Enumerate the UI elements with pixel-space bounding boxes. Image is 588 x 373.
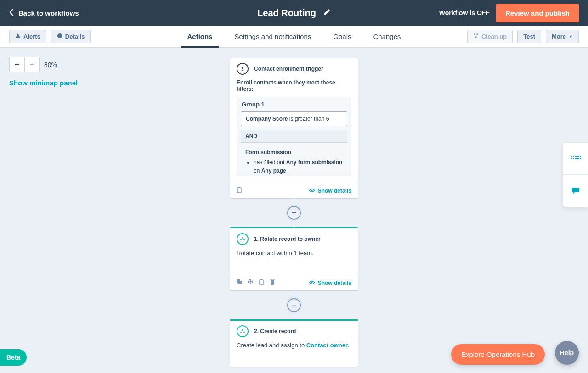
step1-foot: Show details [230, 275, 358, 290]
more-label: More [552, 33, 566, 40]
details-button[interactable]: Details [51, 30, 91, 43]
step2-head: 2. Create record [230, 321, 358, 342]
back-label: Back to workflows [18, 9, 79, 17]
topbar: Back to workflows Lead Routing Workflow … [0, 0, 588, 26]
back-to-workflows[interactable]: Back to workflows [9, 9, 79, 17]
info-icon [57, 33, 62, 40]
svg-rect-25 [571, 158, 572, 159]
cleanup-label: Clean up [481, 33, 507, 40]
create-record-icon [237, 325, 249, 337]
plus-icon: + [15, 60, 20, 70]
step1-title-text: Rotate record to owner [260, 236, 320, 242]
tab-goals[interactable]: Goals [333, 26, 351, 47]
caret-down-icon: ▼ [569, 34, 573, 39]
svg-rect-6 [238, 187, 240, 189]
step2-number: 2. [254, 328, 259, 334]
tab-changes[interactable]: Changes [373, 26, 401, 47]
test-button[interactable]: Test [517, 30, 541, 43]
step2-body: Create lead and assign to Contact owner. [230, 342, 358, 367]
filter-connector-and: AND [241, 130, 347, 143]
toolbar-left: Alerts Details [9, 30, 91, 43]
tab-changes-label: Changes [373, 33, 401, 40]
explore-operations-hub-button[interactable]: Explore Operations Hub [451, 344, 545, 365]
filter-group-label: Group 1 [237, 97, 351, 111]
beta-badge[interactable]: Beta [0, 349, 27, 366]
edit-title-icon[interactable] [323, 8, 331, 17]
add-step-button-1[interactable]: + [287, 206, 301, 220]
connector-line [294, 312, 294, 319]
svg-point-4 [242, 67, 243, 69]
details-label: Details [65, 33, 85, 40]
copy-icon[interactable] [237, 279, 242, 287]
warning-icon [15, 33, 21, 40]
svg-rect-26 [573, 158, 574, 159]
trigger-head: Contact enrollment trigger [230, 58, 358, 79]
step2-body-link[interactable]: Contact owner [306, 342, 348, 349]
workflow-flow: Contact enrollment trigger Enroll contac… [230, 58, 358, 367]
trigger-show-details[interactable]: Show details [309, 188, 351, 194]
rail-item-apps-icon[interactable] [563, 143, 588, 175]
filter-company-score[interactable]: Company Score is greater than 5 [241, 111, 347, 126]
filter2-p3: on [254, 167, 260, 174]
canvas: + − 80% Show minimap panel Contact enrol… [0, 48, 588, 373]
side-rail [562, 142, 588, 207]
show-minimap-link[interactable]: Show minimap panel [9, 79, 78, 87]
svg-point-18 [240, 332, 242, 333]
trigger-foot-left [237, 187, 242, 195]
delete-icon[interactable] [270, 279, 275, 287]
step1-head: 1. Rotate record to owner [230, 228, 358, 250]
step-2-card[interactable]: 2. Create record Create lead and assign … [230, 319, 358, 367]
step-1-card[interactable]: 1. Rotate record to owner Rotate contact… [230, 227, 358, 291]
tab-actions[interactable]: Actions [187, 26, 212, 47]
add-step-button-2[interactable]: + [287, 298, 301, 312]
connector-line [294, 199, 294, 206]
filter2-p2: Any form submission [286, 159, 343, 166]
step1-body: Rotate contact within 1 team. [230, 250, 358, 275]
filter2-title: Form submission [245, 149, 343, 156]
svg-point-0 [57, 33, 62, 38]
tab-settings[interactable]: Settings and notifications [235, 26, 311, 47]
svg-point-17 [242, 329, 243, 331]
workflow-status: Workflow is OFF [439, 9, 490, 17]
trigger-title: Contact enrollment trigger [254, 66, 323, 72]
help-button[interactable]: Help [555, 341, 579, 365]
svg-rect-20 [571, 156, 572, 157]
svg-point-19 [243, 332, 245, 333]
more-button[interactable]: More ▼ [546, 30, 579, 43]
trigger-showdetails-label: Show details [318, 188, 351, 194]
trigger-card[interactable]: Contact enrollment trigger Enroll contac… [230, 58, 358, 199]
eye-icon [309, 188, 315, 194]
svg-point-7 [311, 189, 312, 191]
topbar-center: Lead Routing [257, 8, 331, 18]
cleanup-button[interactable]: Clean up [467, 30, 513, 43]
svg-point-2 [476, 33, 478, 35]
svg-point-1 [474, 33, 475, 35]
plus-icon: + [292, 301, 297, 310]
plus-icon: + [292, 208, 297, 218]
connector-line [294, 220, 294, 227]
review-publish-button[interactable]: Review and publish [496, 4, 579, 22]
filter-group: Group 1 Company Score is greater than 5 … [237, 97, 351, 176]
rail-item-chat-icon[interactable] [563, 175, 588, 207]
zoom-out-button[interactable]: − [24, 57, 39, 72]
rotate-owner-icon [237, 233, 249, 245]
step2-title: 2. Create record [254, 328, 296, 334]
move-icon[interactable] [248, 279, 253, 287]
toolbar-right: Clean up Test More ▼ [467, 30, 579, 43]
clipboard-icon[interactable] [259, 279, 264, 287]
svg-point-10 [243, 239, 245, 241]
chevron-left-icon [9, 9, 14, 17]
step1-show-details[interactable]: Show details [309, 280, 351, 286]
svg-rect-24 [580, 156, 581, 157]
filter-form-submission[interactable]: Form submission has filled out Any form … [241, 146, 347, 176]
tab-goals-label: Goals [333, 33, 351, 40]
svg-point-8 [242, 237, 243, 239]
svg-point-9 [240, 239, 242, 241]
eye-icon [309, 280, 315, 286]
alerts-button[interactable]: Alerts [9, 30, 46, 43]
zoom-level: 80% [44, 61, 57, 68]
step2-title-text: Create record [260, 328, 296, 334]
filter1-text: is greater than [289, 116, 325, 122]
clipboard-icon[interactable] [237, 187, 242, 195]
zoom-in-button[interactable]: + [10, 57, 24, 72]
